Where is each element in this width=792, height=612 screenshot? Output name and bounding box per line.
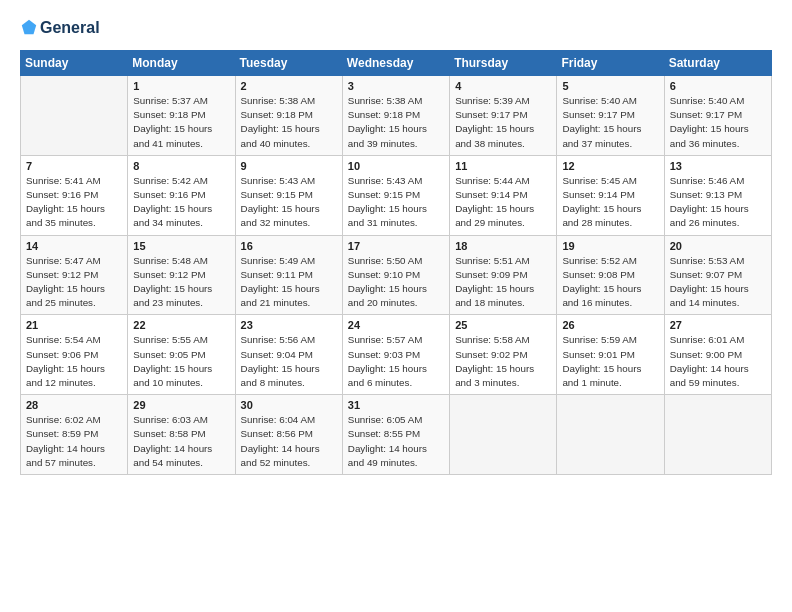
calendar-cell xyxy=(664,395,771,475)
calendar-cell: 20Sunrise: 5:53 AMSunset: 9:07 PMDayligh… xyxy=(664,235,771,315)
svg-marker-0 xyxy=(22,20,36,34)
calendar-cell: 7Sunrise: 5:41 AMSunset: 9:16 PMDaylight… xyxy=(21,155,128,235)
calendar-cell: 9Sunrise: 5:43 AMSunset: 9:15 PMDaylight… xyxy=(235,155,342,235)
day-info: Sunrise: 6:02 AMSunset: 8:59 PMDaylight:… xyxy=(26,413,122,470)
calendar-week-row: 14Sunrise: 5:47 AMSunset: 9:12 PMDayligh… xyxy=(21,235,772,315)
day-info: Sunrise: 5:43 AMSunset: 9:15 PMDaylight:… xyxy=(241,174,337,231)
weekday-header: Sunday xyxy=(21,51,128,76)
day-number: 3 xyxy=(348,80,444,92)
calendar-cell: 1Sunrise: 5:37 AMSunset: 9:18 PMDaylight… xyxy=(128,76,235,156)
day-info: Sunrise: 5:58 AMSunset: 9:02 PMDaylight:… xyxy=(455,333,551,390)
day-info: Sunrise: 5:49 AMSunset: 9:11 PMDaylight:… xyxy=(241,254,337,311)
day-info: Sunrise: 5:48 AMSunset: 9:12 PMDaylight:… xyxy=(133,254,229,311)
day-info: Sunrise: 5:41 AMSunset: 9:16 PMDaylight:… xyxy=(26,174,122,231)
calendar-cell: 26Sunrise: 5:59 AMSunset: 9:01 PMDayligh… xyxy=(557,315,664,395)
day-info: Sunrise: 6:01 AMSunset: 9:00 PMDaylight:… xyxy=(670,333,766,390)
calendar-cell: 18Sunrise: 5:51 AMSunset: 9:09 PMDayligh… xyxy=(450,235,557,315)
day-number: 17 xyxy=(348,240,444,252)
day-number: 21 xyxy=(26,319,122,331)
calendar-cell: 25Sunrise: 5:58 AMSunset: 9:02 PMDayligh… xyxy=(450,315,557,395)
day-info: Sunrise: 6:04 AMSunset: 8:56 PMDaylight:… xyxy=(241,413,337,470)
day-number: 16 xyxy=(241,240,337,252)
weekday-header: Saturday xyxy=(664,51,771,76)
calendar-cell: 15Sunrise: 5:48 AMSunset: 9:12 PMDayligh… xyxy=(128,235,235,315)
calendar-cell: 13Sunrise: 5:46 AMSunset: 9:13 PMDayligh… xyxy=(664,155,771,235)
day-info: Sunrise: 5:46 AMSunset: 9:13 PMDaylight:… xyxy=(670,174,766,231)
day-info: Sunrise: 5:52 AMSunset: 9:08 PMDaylight:… xyxy=(562,254,658,311)
day-number: 22 xyxy=(133,319,229,331)
day-number: 18 xyxy=(455,240,551,252)
calendar-cell: 21Sunrise: 5:54 AMSunset: 9:06 PMDayligh… xyxy=(21,315,128,395)
day-info: Sunrise: 5:42 AMSunset: 9:16 PMDaylight:… xyxy=(133,174,229,231)
weekday-header: Wednesday xyxy=(342,51,449,76)
day-number: 31 xyxy=(348,399,444,411)
calendar-table: SundayMondayTuesdayWednesdayThursdayFrid… xyxy=(20,50,772,475)
day-number: 1 xyxy=(133,80,229,92)
day-number: 28 xyxy=(26,399,122,411)
day-info: Sunrise: 5:40 AMSunset: 9:17 PMDaylight:… xyxy=(562,94,658,151)
day-number: 20 xyxy=(670,240,766,252)
calendar-week-row: 28Sunrise: 6:02 AMSunset: 8:59 PMDayligh… xyxy=(21,395,772,475)
day-info: Sunrise: 5:47 AMSunset: 9:12 PMDaylight:… xyxy=(26,254,122,311)
day-info: Sunrise: 5:56 AMSunset: 9:04 PMDaylight:… xyxy=(241,333,337,390)
day-info: Sunrise: 5:39 AMSunset: 9:17 PMDaylight:… xyxy=(455,94,551,151)
day-info: Sunrise: 5:44 AMSunset: 9:14 PMDaylight:… xyxy=(455,174,551,231)
header-row: SundayMondayTuesdayWednesdayThursdayFrid… xyxy=(21,51,772,76)
day-info: Sunrise: 5:51 AMSunset: 9:09 PMDaylight:… xyxy=(455,254,551,311)
day-number: 13 xyxy=(670,160,766,172)
calendar-cell: 6Sunrise: 5:40 AMSunset: 9:17 PMDaylight… xyxy=(664,76,771,156)
calendar-cell: 24Sunrise: 5:57 AMSunset: 9:03 PMDayligh… xyxy=(342,315,449,395)
calendar-week-row: 21Sunrise: 5:54 AMSunset: 9:06 PMDayligh… xyxy=(21,315,772,395)
calendar-cell xyxy=(450,395,557,475)
calendar-week-row: 1Sunrise: 5:37 AMSunset: 9:18 PMDaylight… xyxy=(21,76,772,156)
day-number: 12 xyxy=(562,160,658,172)
logo: General xyxy=(20,16,100,40)
calendar-cell: 30Sunrise: 6:04 AMSunset: 8:56 PMDayligh… xyxy=(235,395,342,475)
day-number: 2 xyxy=(241,80,337,92)
calendar-cell: 2Sunrise: 5:38 AMSunset: 9:18 PMDaylight… xyxy=(235,76,342,156)
day-number: 24 xyxy=(348,319,444,331)
day-info: Sunrise: 5:38 AMSunset: 9:18 PMDaylight:… xyxy=(348,94,444,151)
calendar-cell: 10Sunrise: 5:43 AMSunset: 9:15 PMDayligh… xyxy=(342,155,449,235)
header: General xyxy=(20,16,772,40)
day-info: Sunrise: 5:40 AMSunset: 9:17 PMDaylight:… xyxy=(670,94,766,151)
day-number: 6 xyxy=(670,80,766,92)
calendar-cell: 11Sunrise: 5:44 AMSunset: 9:14 PMDayligh… xyxy=(450,155,557,235)
calendar-cell xyxy=(557,395,664,475)
main-container: General SundayMondayTuesdayWednesdayThur… xyxy=(0,0,792,485)
day-number: 5 xyxy=(562,80,658,92)
day-info: Sunrise: 5:43 AMSunset: 9:15 PMDaylight:… xyxy=(348,174,444,231)
calendar-cell: 12Sunrise: 5:45 AMSunset: 9:14 PMDayligh… xyxy=(557,155,664,235)
calendar-cell: 5Sunrise: 5:40 AMSunset: 9:17 PMDaylight… xyxy=(557,76,664,156)
calendar-cell: 8Sunrise: 5:42 AMSunset: 9:16 PMDaylight… xyxy=(128,155,235,235)
day-number: 27 xyxy=(670,319,766,331)
calendar-cell: 31Sunrise: 6:05 AMSunset: 8:55 PMDayligh… xyxy=(342,395,449,475)
calendar-cell: 3Sunrise: 5:38 AMSunset: 9:18 PMDaylight… xyxy=(342,76,449,156)
weekday-header: Thursday xyxy=(450,51,557,76)
calendar-cell: 28Sunrise: 6:02 AMSunset: 8:59 PMDayligh… xyxy=(21,395,128,475)
calendar-cell: 17Sunrise: 5:50 AMSunset: 9:10 PMDayligh… xyxy=(342,235,449,315)
day-info: Sunrise: 5:50 AMSunset: 9:10 PMDaylight:… xyxy=(348,254,444,311)
day-info: Sunrise: 5:57 AMSunset: 9:03 PMDaylight:… xyxy=(348,333,444,390)
day-number: 25 xyxy=(455,319,551,331)
calendar-week-row: 7Sunrise: 5:41 AMSunset: 9:16 PMDaylight… xyxy=(21,155,772,235)
day-info: Sunrise: 5:54 AMSunset: 9:06 PMDaylight:… xyxy=(26,333,122,390)
day-number: 19 xyxy=(562,240,658,252)
day-info: Sunrise: 5:45 AMSunset: 9:14 PMDaylight:… xyxy=(562,174,658,231)
weekday-header: Tuesday xyxy=(235,51,342,76)
calendar-cell: 22Sunrise: 5:55 AMSunset: 9:05 PMDayligh… xyxy=(128,315,235,395)
calendar-cell: 4Sunrise: 5:39 AMSunset: 9:17 PMDaylight… xyxy=(450,76,557,156)
calendar-cell: 16Sunrise: 5:49 AMSunset: 9:11 PMDayligh… xyxy=(235,235,342,315)
day-number: 23 xyxy=(241,319,337,331)
calendar-cell xyxy=(21,76,128,156)
day-number: 14 xyxy=(26,240,122,252)
day-number: 4 xyxy=(455,80,551,92)
day-number: 7 xyxy=(26,160,122,172)
day-info: Sunrise: 6:05 AMSunset: 8:55 PMDaylight:… xyxy=(348,413,444,470)
logo-text: General xyxy=(40,19,100,37)
day-info: Sunrise: 5:37 AMSunset: 9:18 PMDaylight:… xyxy=(133,94,229,151)
day-number: 9 xyxy=(241,160,337,172)
day-number: 8 xyxy=(133,160,229,172)
calendar-cell: 29Sunrise: 6:03 AMSunset: 8:58 PMDayligh… xyxy=(128,395,235,475)
day-info: Sunrise: 5:38 AMSunset: 9:18 PMDaylight:… xyxy=(241,94,337,151)
